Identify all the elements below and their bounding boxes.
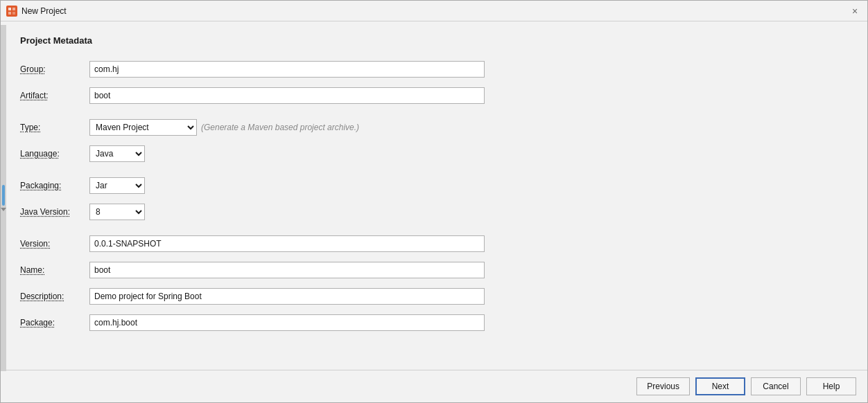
description-input[interactable] [89, 288, 485, 305]
previous-button[interactable]: Previous [636, 377, 690, 395]
help-button[interactable]: Help [806, 377, 856, 395]
close-button[interactable]: × [848, 4, 862, 18]
java-version-label: Java Version: [20, 201, 89, 223]
name-field [89, 259, 519, 281]
package-label: Package: [20, 312, 89, 334]
group-input[interactable] [89, 61, 485, 78]
packaging-label: Packaging: [20, 174, 89, 197]
language-field: Java [89, 143, 519, 165]
spacer3b [89, 227, 519, 233]
packaging-field: Jar [89, 174, 519, 197]
app-icon [6, 6, 17, 17]
packaging-select[interactable]: Jar [89, 177, 145, 194]
language-label: Language: [20, 143, 89, 165]
title-bar: New Project × [1, 1, 867, 21]
new-project-dialog: New Project × Project Metadata Group: Ar… [0, 0, 868, 403]
language-select[interactable]: Java [89, 145, 145, 162]
version-label: Version: [20, 233, 89, 255]
spacer1b [89, 111, 519, 116]
name-input[interactable] [89, 262, 485, 278]
group-field [89, 58, 519, 80]
package-field [89, 312, 519, 334]
spacer1 [20, 111, 89, 116]
svg-rect-0 [8, 8, 11, 10]
java-version-select[interactable]: 8 [89, 204, 145, 220]
dialog-content: Project Metadata Group: Artifact: Type: [1, 21, 867, 370]
spacer2b [89, 169, 519, 174]
description-label: Description: [20, 285, 89, 307]
version-input[interactable] [89, 235, 485, 252]
svg-rect-3 [12, 12, 15, 15]
arrow-down-icon [1, 208, 6, 211]
type-description: (Generate a Maven based project archive.… [201, 123, 359, 132]
type-label: Type: [20, 116, 89, 138]
type-field: Maven Project (Generate a Maven based pr… [89, 116, 519, 138]
cancel-button[interactable]: Cancel [751, 377, 801, 395]
svg-rect-1 [12, 8, 15, 10]
next-button[interactable]: Next [695, 377, 745, 395]
svg-rect-2 [8, 12, 11, 15]
name-label: Name: [20, 259, 89, 281]
dialog-footer: Previous Next Cancel Help [1, 370, 867, 402]
left-edge-indicator [1, 25, 6, 371]
artifact-label: Artifact: [20, 84, 89, 107]
version-field [89, 233, 519, 255]
artifact-field [89, 84, 519, 107]
description-field [89, 285, 519, 307]
form-grid: Group: Artifact: Type: Mav [20, 58, 519, 338]
group-label: Group: [20, 58, 89, 80]
artifact-input[interactable] [89, 87, 485, 104]
spacer3 [20, 227, 89, 233]
type-select[interactable]: Maven Project [89, 119, 197, 136]
section-title: Project Metadata [20, 35, 848, 46]
window-title: New Project [21, 6, 844, 16]
progress-bar [2, 185, 5, 206]
type-select-container: Maven Project (Generate a Maven based pr… [89, 119, 359, 136]
spacer2 [20, 169, 89, 174]
package-input[interactable] [89, 314, 485, 331]
java-version-field: 8 [89, 201, 519, 223]
